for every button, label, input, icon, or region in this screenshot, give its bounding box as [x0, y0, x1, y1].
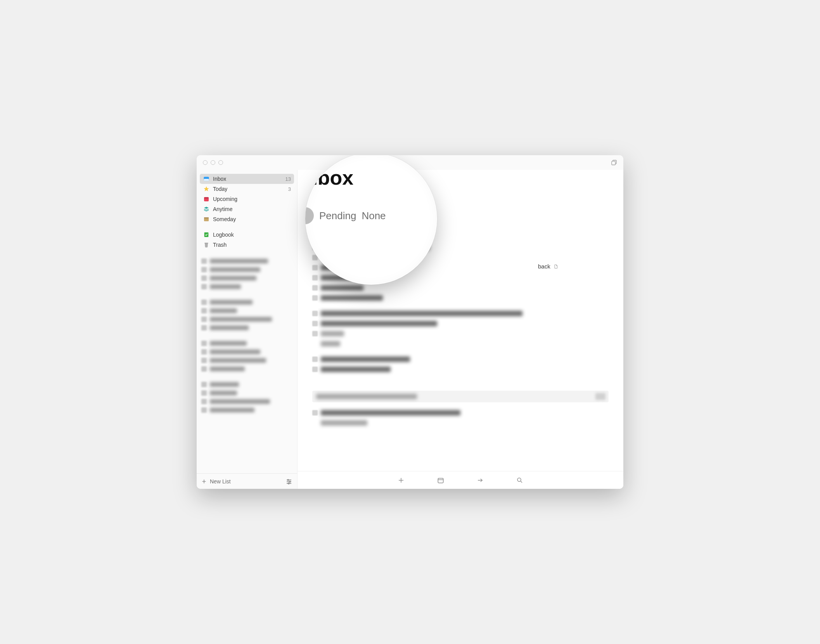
sidebar-item-anytime[interactable]: Anytime [200, 204, 294, 214]
sidebar-area-group [200, 380, 294, 414]
task-row[interactable] [312, 329, 609, 338]
sidebar: Inbox 13 Today 3 Upcoming [197, 170, 298, 489]
magnifier-overlay: nbox Pending None [305, 155, 437, 285]
trash-icon [203, 241, 210, 248]
sidebar-item-label: Inbox [213, 176, 282, 182]
svg-rect-3 [204, 179, 209, 181]
sidebar-area-group [200, 298, 294, 332]
svg-point-14 [287, 479, 289, 480]
star-icon [203, 185, 210, 192]
task-row[interactable] [312, 409, 609, 417]
app-window: Inbox 13 Today 3 Upcoming [197, 155, 623, 489]
svg-line-25 [521, 481, 522, 483]
tab-indicator-icon [305, 207, 314, 224]
svg-point-18 [288, 483, 289, 484]
stack-icon [203, 206, 210, 213]
filter-tab-pending[interactable]: Pending [319, 210, 356, 222]
new-list-label: New List [210, 478, 231, 485]
task-row[interactable] [312, 319, 609, 328]
zoom-window-button[interactable] [218, 160, 223, 165]
sidebar-item-upcoming[interactable]: Upcoming [200, 194, 294, 204]
sidebar-item-trash[interactable]: Trash [200, 240, 294, 250]
task-row[interactable] [312, 294, 609, 302]
task-badge [595, 393, 605, 400]
sidebar-area-group [200, 257, 294, 291]
calendar-button[interactable] [436, 476, 445, 485]
sidebar-footer: New List [197, 473, 297, 489]
sidebar-item-count: 13 [285, 176, 291, 182]
task-row[interactable] [312, 284, 609, 292]
sidebar-item-inbox[interactable]: Inbox 13 [200, 174, 294, 184]
sidebar-item-logbook[interactable]: Logbook [200, 230, 294, 240]
open-new-window-icon[interactable] [611, 159, 617, 166]
task-row[interactable] [312, 355, 609, 364]
archive-box-icon [203, 216, 210, 223]
svg-rect-1 [612, 161, 615, 165]
svg-point-16 [289, 481, 291, 482]
svg-point-24 [517, 478, 521, 481]
task-row-selected[interactable] [312, 391, 609, 402]
sidebar-item-label: Upcoming [213, 196, 291, 202]
inbox-icon [203, 175, 210, 182]
task-row[interactable] [312, 339, 609, 348]
logbook-icon [203, 231, 210, 238]
sidebar-item-label: Someday [213, 216, 291, 222]
svg-rect-7 [204, 218, 209, 221]
svg-rect-9 [204, 232, 209, 237]
sidebar-area-group [200, 339, 294, 373]
sidebar-item-label: Today [213, 186, 285, 192]
task-row[interactable]: back [538, 263, 558, 270]
svg-rect-21 [438, 478, 443, 483]
search-button[interactable] [516, 476, 524, 485]
sidebar-item-today[interactable]: Today 3 [200, 184, 294, 194]
filter-tab-none[interactable]: None [362, 210, 386, 222]
task-title-fragment: back [538, 263, 550, 270]
svg-rect-6 [204, 197, 209, 198]
task-row[interactable] [312, 309, 609, 318]
task-row[interactable] [312, 419, 609, 427]
close-window-button[interactable] [203, 160, 208, 165]
sidebar-item-label: Trash [213, 242, 291, 248]
move-button[interactable] [476, 476, 484, 485]
sidebar-item-count: 3 [288, 186, 291, 192]
minimize-window-button[interactable] [211, 160, 215, 165]
sidebar-item-label: Anytime [213, 206, 291, 212]
new-list-button[interactable]: New List [201, 478, 231, 485]
svg-marker-4 [204, 186, 209, 191]
note-icon [554, 264, 558, 269]
settings-icon[interactable] [285, 478, 292, 485]
new-task-button[interactable] [397, 476, 405, 485]
svg-rect-10 [204, 243, 208, 244]
calendar-icon [203, 196, 210, 203]
traffic-lights [203, 160, 223, 165]
sidebar-item-someday[interactable]: Someday [200, 214, 294, 224]
sidebar-item-label: Logbook [213, 232, 291, 238]
bottom-toolbar [298, 471, 623, 489]
svg-rect-8 [204, 217, 209, 218]
task-row[interactable] [312, 365, 609, 374]
